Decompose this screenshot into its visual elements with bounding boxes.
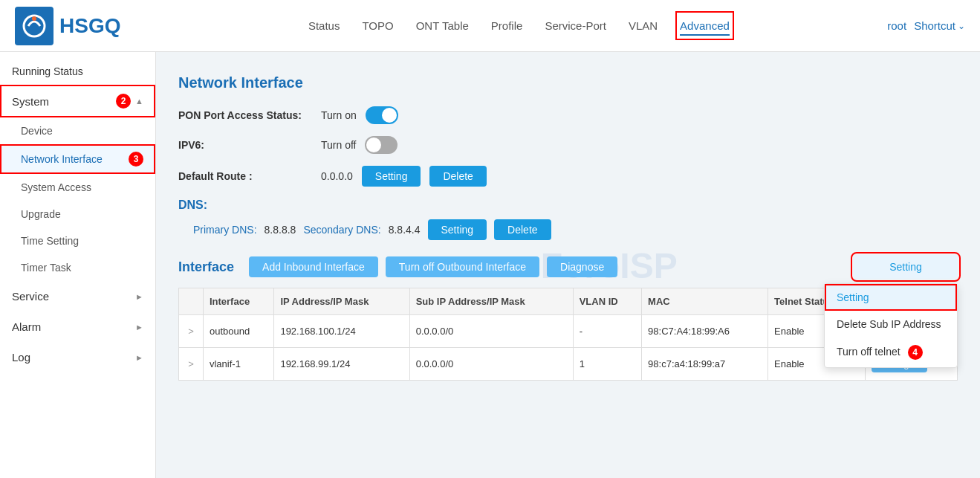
default-route-label: Default Route : [178, 170, 312, 182]
ipv6-toggle-knob [366, 138, 381, 152]
toggle-knob [382, 108, 397, 123]
sidebar-item-upgrade[interactable]: Upgrade [0, 201, 155, 227]
page-title: Network Interface [178, 74, 958, 91]
dns-setting-button[interactable]: Setting [428, 219, 487, 240]
chevron-up-icon: ▲ [135, 97, 143, 106]
vlan-2: 1 [573, 348, 641, 381]
primary-dns-value: 8.8.8.8 [265, 224, 296, 236]
setting-dropdown-wrapper: Setting Setting Delete Sub IP Address Tu… [854, 255, 958, 279]
user-label: root [887, 19, 906, 32]
chevron-down-icon: ⌄ [958, 21, 965, 31]
turn-off-telnet-badge: 4 [908, 345, 923, 360]
nav-profile[interactable]: Profile [491, 16, 523, 36]
ipv6-label: IPV6: [178, 139, 312, 151]
chevron-right-icon-2: ► [135, 323, 143, 332]
nav-service-port[interactable]: Service-Port [545, 16, 606, 36]
pon-port-label: PON Port Access Status: [178, 109, 312, 121]
sidebar-group-service[interactable]: Service ► [0, 281, 155, 311]
interface-name-2: vlanif-1 [203, 348, 273, 381]
default-route-row: Default Route : 0.0.0.0 Setting Delete [178, 166, 958, 187]
default-route-value: 0.0.0.0 [321, 170, 353, 182]
expand-icon-1[interactable]: > [179, 315, 204, 348]
dns-delete-button[interactable]: Delete [494, 219, 551, 240]
turn-off-outbound-button[interactable]: Turn off Outbound Interface [386, 256, 539, 277]
pon-port-row: PON Port Access Status: Turn on [178, 106, 958, 124]
sidebar-item-device[interactable]: Device [0, 117, 155, 144]
dropdown-item-setting[interactable]: Setting [825, 284, 957, 311]
sidebar-group-system[interactable]: System 2 ▲ [0, 85, 155, 117]
ipv6-value: Turn off [321, 139, 356, 151]
col-mac: MAC [642, 288, 768, 315]
main-nav: Status TOPO ONT Table Profile Service-Po… [150, 16, 887, 36]
pon-toggle[interactable] [366, 106, 398, 124]
primary-dns-label: Primary DNS: [193, 224, 257, 236]
logo-area: HSGQ [15, 7, 120, 45]
sidebar-system-items: Device Network Interface 3 System Access… [0, 117, 155, 281]
dns-row: Primary DNS: 8.8.8.8 Secondary DNS: 8.8.… [178, 219, 958, 240]
nav-status[interactable]: Status [308, 16, 340, 36]
mac-2: 98:c7:a4:18:99:a7 [642, 348, 768, 381]
sidebar-item-network-interface[interactable]: Network Interface 3 [0, 144, 155, 174]
dns-label: DNS: [178, 198, 958, 212]
sidebar-group-alarm[interactable]: Alarm ► [0, 311, 155, 342]
ip-2: 192.168.99.1/24 [274, 348, 409, 381]
layout: Running Status System 2 ▲ Device Network… [0, 52, 980, 478]
expand-icon-2[interactable]: > [179, 348, 204, 381]
logo-text: HSGQ [59, 14, 120, 38]
setting-dropdown-button[interactable]: Setting [854, 255, 958, 279]
secondary-dns-label: Secondary DNS: [303, 224, 380, 236]
dns-section: DNS: Primary DNS: 8.8.8.8 Secondary DNS:… [178, 198, 958, 240]
sidebar: Running Status System 2 ▲ Device Network… [0, 52, 156, 478]
dropdown-item-turn-off-telnet[interactable]: Turn off telnet 4 [825, 337, 957, 367]
sidebar-running-status[interactable]: Running Status [0, 52, 155, 85]
system-badge: 2 [116, 94, 131, 109]
add-inbound-button[interactable]: Add Inbound Interface [249, 256, 378, 277]
sub-ip-2: 0.0.0.0/0 [409, 348, 573, 381]
secondary-dns-value: 8.8.4.4 [389, 224, 421, 236]
nav-vlan[interactable]: VLAN [629, 16, 658, 36]
col-vlan: VLAN ID [573, 288, 641, 315]
chevron-right-icon: ► [135, 292, 143, 301]
sidebar-group-log[interactable]: Log ► [0, 342, 155, 372]
sidebar-item-system-access[interactable]: System Access [0, 174, 155, 201]
col-ip: IP Address/IP Mask [274, 288, 409, 315]
main-content: ForoISP Network Interface PON Port Acces… [156, 52, 980, 478]
sub-ip-1: 0.0.0.0/0 [409, 315, 573, 348]
nav-advanced[interactable]: Advanced [680, 16, 730, 36]
pon-port-value: Turn on [321, 109, 357, 121]
shortcut-button[interactable]: Shortcut ⌄ [914, 19, 965, 32]
logo-icon [15, 7, 53, 45]
nav-topo[interactable]: TOPO [362, 16, 393, 36]
vlan-1: - [573, 315, 641, 348]
ipv6-row: IPV6: Turn off [178, 136, 958, 154]
interface-title: Interface [178, 259, 234, 275]
ip-1: 192.168.100.1/24 [274, 315, 409, 348]
chevron-right-icon-3: ► [135, 353, 143, 362]
ipv6-toggle[interactable] [365, 136, 397, 154]
svg-point-1 [32, 16, 36, 21]
sidebar-item-timer-task[interactable]: Timer Task [0, 254, 155, 281]
col-sub-ip: Sub IP Address/IP Mask [409, 288, 573, 315]
default-route-delete-button[interactable]: Delete [429, 166, 486, 187]
diagnose-button[interactable]: Diagnose [547, 256, 617, 277]
col-expand [179, 288, 204, 315]
sidebar-item-time-setting[interactable]: Time Setting [0, 227, 155, 254]
setting-dropdown-menu: Setting Delete Sub IP Address Turn off t… [824, 283, 958, 368]
dropdown-item-delete-sub-ip[interactable]: Delete Sub IP Address [825, 311, 957, 337]
network-interface-badge: 3 [129, 152, 143, 167]
header-right: root Shortcut ⌄ [887, 19, 965, 32]
interface-name-1: outbound [203, 315, 273, 348]
interface-header: Interface Add Inbound Interface Turn off… [178, 255, 958, 279]
header: HSGQ Status TOPO ONT Table Profile Servi… [0, 0, 980, 52]
mac-1: 98:C7:A4:18:99:A6 [642, 315, 768, 348]
nav-ont-table[interactable]: ONT Table [416, 16, 469, 36]
default-route-setting-button[interactable]: Setting [362, 166, 421, 187]
col-interface: Interface [203, 288, 273, 315]
